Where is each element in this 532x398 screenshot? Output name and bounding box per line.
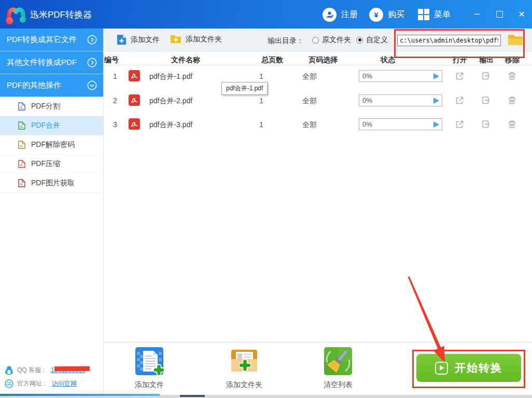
- pdf-file-icon: [129, 118, 140, 130]
- row-number: 3: [109, 120, 121, 129]
- pdf-file-icon: [18, 121, 25, 130]
- col-header-open: 打开: [453, 56, 467, 65]
- maximize-button[interactable]: [492, 7, 507, 21]
- ie-browser-icon: [5, 379, 13, 388]
- radio-custom[interactable]: 自定义: [356, 35, 388, 45]
- sidebar-item-pdf-remove-password[interactable]: PDF解除密码: [0, 135, 103, 155]
- add-file-big-icon: [135, 347, 164, 376]
- add-folder-icon: [170, 34, 181, 44]
- page-range[interactable]: 全部: [294, 97, 325, 106]
- sidebar-item-pdf-split[interactable]: PDF分割: [0, 97, 103, 116]
- footer-add-folder-button[interactable]: 添加文件夹: [216, 347, 273, 390]
- app-title: 迅米PDF转换器: [30, 9, 92, 21]
- open-file-button[interactable]: [455, 71, 465, 81]
- output-path-input[interactable]: [397, 35, 501, 46]
- minimize-button[interactable]: ─: [469, 7, 485, 21]
- background-window-edge: [0, 394, 160, 396]
- col-header-output: 输出: [479, 56, 494, 65]
- open-file-button[interactable]: [455, 119, 465, 129]
- section-label: PDF的其他操作: [7, 80, 61, 90]
- register-user-icon: [323, 8, 337, 22]
- sidebar-item-label: PDF解除密码: [31, 140, 75, 149]
- sidebar-item-label: PDF分割: [31, 102, 60, 111]
- col-header-no: 编号: [104, 56, 119, 65]
- maximize-icon: [496, 11, 503, 18]
- page-range[interactable]: 全部: [294, 72, 325, 81]
- radio-custom-label: 自定义: [366, 35, 388, 45]
- page-count: 1: [251, 97, 272, 105]
- open-output-button[interactable]: [481, 95, 491, 105]
- pdf-file-icon: [129, 94, 140, 106]
- filename-tooltip: pdf合并-1.pdf: [221, 82, 268, 95]
- website-row: 官方网址： 访问官网: [5, 377, 101, 390]
- background-window-fragment: [180, 395, 205, 397]
- website-label: 官方网址：: [17, 379, 48, 388]
- sidebar-item-pdf-merge[interactable]: PDF合并: [0, 116, 103, 135]
- progress-value: 0%: [362, 97, 372, 104]
- footer-clear-list-label: 清空列表: [310, 380, 367, 390]
- remove-file-button[interactable]: [507, 95, 517, 105]
- buy-label: 购买: [388, 9, 404, 20]
- close-button[interactable]: ✕: [514, 7, 529, 21]
- pdf-file-icon: [18, 102, 25, 111]
- pdf-file-icon: [18, 141, 25, 149]
- redaction-bar: [54, 366, 90, 372]
- add-file-button[interactable]: 添加文件: [117, 34, 160, 45]
- output-dir-label: 输出目录：: [268, 36, 304, 46]
- open-output-button[interactable]: [481, 119, 491, 129]
- progress-bar: 0%: [359, 118, 442, 130]
- pdf-file-icon: [18, 179, 25, 187]
- sidebar-section-other-to-pdf[interactable]: 其他文件转换成PDF: [0, 51, 103, 74]
- sidebar-item-pdf-extract-images[interactable]: PDF图片获取: [0, 174, 103, 193]
- register-button[interactable]: 注册: [323, 7, 358, 22]
- open-output-button[interactable]: [481, 71, 491, 81]
- open-file-button[interactable]: [455, 95, 465, 105]
- play-icon[interactable]: [433, 98, 439, 104]
- sidebar-section-pdf-other-ops[interactable]: PDF的其他操作: [0, 74, 103, 97]
- sidebar: PDF转换成其它文件 其他文件转换成PDF PDF的其他操作 PDF分割: [0, 29, 104, 398]
- progress-bar: 0%: [359, 94, 442, 106]
- sidebar-section-pdf-to-other[interactable]: PDF转换成其它文件: [0, 29, 103, 51]
- website-link[interactable]: 访问官网: [52, 379, 77, 388]
- footer-clear-list-button[interactable]: 清空列表: [310, 347, 367, 390]
- file-name: pdf合并-1.pdf: [149, 72, 192, 81]
- play-icon[interactable]: [433, 121, 439, 128]
- qq-label: QQ 客服：: [17, 366, 47, 375]
- pdf-file-icon: [18, 160, 25, 168]
- sidebar-item-label: PDF压缩: [31, 159, 60, 169]
- footer-add-file-label: 添加文件: [121, 380, 178, 390]
- chevron-right-circle-icon: [87, 35, 97, 45]
- add-folder-button[interactable]: 添加文件夹: [170, 34, 222, 44]
- radio-original-label: 原文件夹: [322, 35, 351, 45]
- support-info: QQ 客服： 1561566666 官方网址： 访问官网: [5, 363, 101, 390]
- buy-button[interactable]: ¥ 购买: [369, 7, 404, 22]
- col-header-filename: 文件名称: [171, 56, 200, 65]
- start-convert-button[interactable]: 开始转换: [416, 354, 521, 382]
- add-file-icon: [117, 34, 127, 45]
- yen-icon: ¥: [369, 8, 383, 22]
- clear-list-broom-icon: [324, 347, 353, 376]
- app-window: { "titlebar": { "title": "迅米PDF转换器", "re…: [0, 0, 532, 398]
- browse-folder-button[interactable]: [508, 34, 523, 46]
- radio-original-folder[interactable]: 原文件夹: [312, 35, 351, 45]
- play-icon[interactable]: [433, 73, 439, 79]
- add-folder-label: 添加文件夹: [186, 35, 222, 44]
- remove-file-button[interactable]: [507, 71, 517, 81]
- menu-button[interactable]: 菜单: [418, 7, 451, 22]
- sidebar-item-pdf-compress[interactable]: PDF压缩: [0, 155, 103, 174]
- footer-add-folder-label: 添加文件夹: [216, 380, 273, 390]
- progress-value: 0%: [362, 72, 372, 80]
- page-count: 1: [251, 72, 272, 80]
- start-convert-label: 开始转换: [455, 361, 502, 375]
- main-panel: 添加文件 添加文件夹 输出目录： 原文件夹 自定义 编号 文件名称 总页数 页码…: [104, 29, 532, 398]
- chevron-down-circle-icon: [87, 80, 97, 90]
- col-header-pages: 总页数: [261, 56, 283, 65]
- remove-file-button[interactable]: [507, 119, 517, 129]
- footer-add-file-button[interactable]: 添加文件: [121, 347, 178, 390]
- chevron-right-circle-icon: [87, 58, 97, 67]
- col-header-remove: 移除: [505, 56, 520, 65]
- page-range[interactable]: 全部: [294, 120, 325, 130]
- play-icon: [435, 362, 448, 375]
- menu-grid-icon: [418, 9, 429, 20]
- add-file-label: 添加文件: [131, 35, 160, 45]
